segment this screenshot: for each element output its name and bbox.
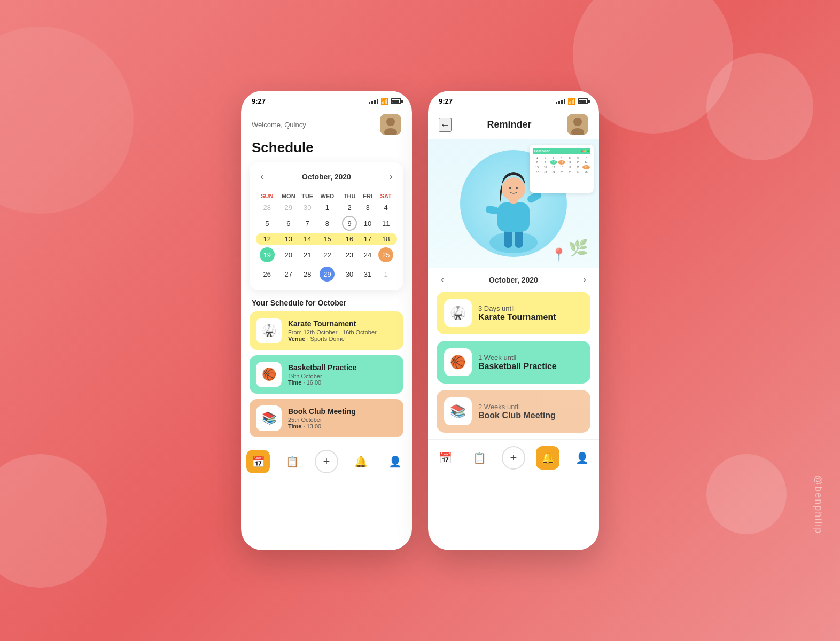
event-card-bookclub[interactable]: 📚 Book Club Meeting 25th October Time · …: [250, 399, 403, 437]
cal-day[interactable]: 24: [361, 245, 375, 264]
cal-day[interactable]: 12: [256, 233, 278, 245]
reminder-title: Reminder: [487, 119, 531, 130]
cal-day[interactable]: 22: [316, 245, 339, 264]
cal-day[interactable]: 3: [361, 201, 375, 214]
reminder-event-basketball: Basketball Practice: [478, 362, 557, 371]
nav2-bell-button[interactable]: 🔔: [536, 446, 559, 470]
event-title-basketball: Basketball Practice: [288, 363, 356, 372]
nav-clipboard-button[interactable]: 📋: [281, 450, 304, 473]
cal-day[interactable]: 14: [299, 233, 316, 245]
cal-day[interactable]: 27: [278, 264, 299, 284]
nav-bell-button[interactable]: 🔔: [349, 450, 372, 473]
battery-icon-2: [578, 98, 588, 104]
mini-calendar-illustration: Calendar 1234567 891011121314 1516171819…: [530, 145, 594, 193]
event-card-basketball[interactable]: 🏀 Basketball Practice 19th October Time …: [250, 355, 403, 394]
reminder-icon-karate: 🥋: [444, 299, 472, 327]
nav2-clipboard-button[interactable]: 📋: [468, 446, 491, 470]
cal-header-mon: MON: [278, 191, 299, 201]
calendar-week-4: 19 20 21 22 23 24 25: [256, 245, 397, 264]
reminder-card-basketball[interactable]: 🏀 1 Week until Basketball Practice: [437, 341, 590, 384]
status-icons-1: 📶: [369, 98, 401, 105]
cal-day[interactable]: 7: [299, 214, 316, 233]
cal-day[interactable]: 10: [361, 214, 375, 233]
calendar-next-button[interactable]: ›: [385, 169, 397, 184]
cal-day[interactable]: 2: [338, 201, 361, 214]
cal-day[interactable]: 26: [256, 264, 278, 284]
nav-calendar-button[interactable]: 📅: [246, 450, 270, 473]
cal-day[interactable]: 15: [316, 233, 339, 245]
cal-day-selected[interactable]: 29: [316, 264, 339, 284]
avatar-1[interactable]: [380, 114, 401, 135]
reminder-icon-bookclub: 📚: [444, 397, 472, 425]
pin-decoration: 📍: [551, 247, 567, 262]
event-detail-karate: Venue · Sports Dome: [288, 335, 377, 342]
reminder-prev-button[interactable]: ‹: [441, 274, 444, 285]
cal-day[interactable]: 23: [338, 245, 361, 264]
cal-day[interactable]: 30: [338, 264, 361, 284]
cal-day[interactable]: 16: [338, 233, 361, 245]
event-title-karate: Karate Tournament: [288, 319, 377, 328]
cal-header-wed: WED: [316, 191, 339, 201]
cal-day-event[interactable]: 19: [256, 245, 278, 264]
svg-point-14: [509, 187, 511, 189]
cal-header-sun: SUN: [256, 191, 278, 201]
nav-profile-button[interactable]: 👤: [383, 450, 407, 473]
cal-day[interactable]: 21: [299, 245, 316, 264]
reminder-month: October, 2020: [489, 276, 538, 284]
reminder-card-bookclub[interactable]: 📚 2 Weeks until Book Club Meeting: [437, 390, 590, 433]
event-title-bookclub: Book Club Meeting: [288, 407, 356, 416]
cal-day-today[interactable]: 9: [338, 214, 361, 233]
cal-day[interactable]: 28: [299, 264, 316, 284]
cal-day[interactable]: 1: [375, 264, 397, 284]
cal-header-sat: SAT: [375, 191, 397, 201]
cal-day[interactable]: 8: [316, 214, 339, 233]
cal-day[interactable]: 20: [278, 245, 299, 264]
cal-day[interactable]: 18: [375, 233, 397, 245]
reminder-text-karate: 3 Days until Karate Tournament: [478, 304, 556, 322]
calendar-week-1: 28 29 30 1 2 3 4: [256, 201, 397, 214]
svg-rect-9: [497, 202, 530, 232]
nav2-add-button[interactable]: +: [502, 446, 525, 470]
svg-point-1: [386, 118, 395, 126]
cal-day[interactable]: 4: [375, 201, 397, 214]
cal-day[interactable]: 28: [256, 201, 278, 214]
bg-decoration-3: [0, 454, 107, 588]
reminder-event-bookclub: Book Club Meeting: [478, 411, 556, 420]
cal-day[interactable]: 5: [256, 214, 278, 233]
cal-day[interactable]: 31: [361, 264, 375, 284]
phone-reminder: 9:27 📶 ← Reminder: [428, 91, 599, 550]
nav2-calendar-button[interactable]: 📅: [433, 446, 457, 470]
reminder-card-karate[interactable]: 🥋 3 Days until Karate Tournament: [437, 292, 590, 334]
cal-day[interactable]: 29: [278, 201, 299, 214]
event-info-bookclub: Book Club Meeting 25th October Time · 13…: [288, 407, 356, 429]
avatar-2[interactable]: [567, 114, 588, 135]
status-bar-1: 9:27 📶: [241, 91, 412, 110]
cal-day-event[interactable]: 25: [375, 245, 397, 264]
nav2-profile-button[interactable]: 👤: [570, 446, 594, 470]
event-card-karate[interactable]: 🥋 Karate Tournament From 12th October - …: [250, 311, 403, 350]
cal-day[interactable]: 6: [278, 214, 299, 233]
reminder-header: ← Reminder: [428, 110, 599, 139]
time-display-1: 9:27: [252, 97, 266, 105]
nav-add-button[interactable]: +: [315, 450, 338, 473]
cal-header-fri: FRI: [361, 191, 375, 201]
calendar-prev-button[interactable]: ‹: [256, 169, 268, 184]
cal-day[interactable]: 1: [316, 201, 339, 214]
schedule-heading: Your Schedule for October: [241, 290, 412, 311]
back-button[interactable]: ←: [439, 118, 452, 132]
svg-rect-7: [504, 229, 512, 248]
cal-day[interactable]: 13: [278, 233, 299, 245]
svg-point-6: [489, 232, 538, 253]
signal-icon-2: [556, 99, 565, 104]
reminder-event-karate: Karate Tournament: [478, 312, 556, 322]
cal-day[interactable]: 17: [361, 233, 375, 245]
svg-point-15: [516, 187, 518, 189]
event-icon-basketball: 🏀: [256, 362, 282, 387]
cal-day[interactable]: 11: [375, 214, 397, 233]
phones-container: 9:27 📶 Welcome, Quincy: [241, 91, 599, 550]
reminder-next-button[interactable]: ›: [583, 274, 586, 285]
bottom-nav-1: 📅 📋 + 🔔 👤: [241, 443, 412, 482]
reminder-text-basketball: 1 Week until Basketball Practice: [478, 354, 557, 371]
cal-day[interactable]: 30: [299, 201, 316, 214]
reminder-until-bookclub: 2 Weeks until: [478, 403, 556, 411]
